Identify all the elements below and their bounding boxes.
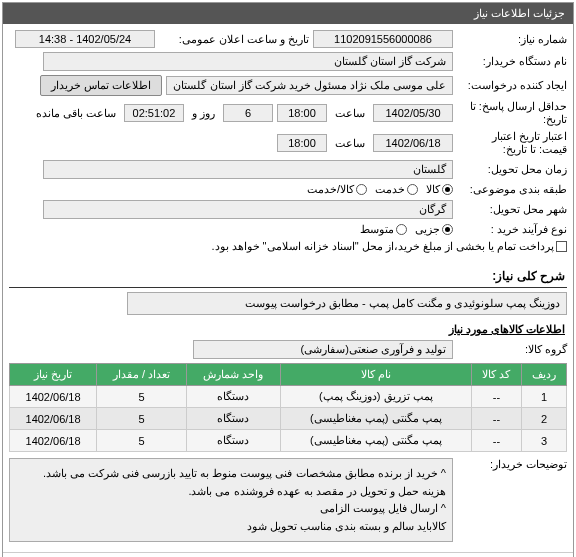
row-notes: توضیحات خریدار: ^ خرید از برنده مطابق مش… — [9, 458, 567, 542]
table-cell: پمپ مگنتی (پمپ مغناطیسی) — [280, 408, 471, 430]
table-cell: 5 — [97, 408, 187, 430]
note-line: ^ ارسال فایل پیوست الزامی — [16, 500, 446, 518]
note-line: هزینه حمل و تحویل در مقصد به عهده فروشند… — [16, 483, 446, 501]
field-niaz-no: 1102091556000086 — [313, 30, 453, 48]
label-deadline: حداقل ارسال پاسخ: تا تاریخ: — [457, 100, 567, 126]
table-cell: 1402/06/18 — [10, 408, 97, 430]
panel-body: شماره نیاز: 1102091556000086 تاریخ و ساع… — [3, 24, 573, 552]
table-cell: پمپ تزریق (دوزینگ پمپ) — [280, 386, 471, 408]
row-subject-class: طبقه بندی موضوعی: کالاخدمتکالا/خدمت — [9, 183, 567, 196]
details-panel: جزئیات اطلاعات نیاز شماره نیاز: 11020915… — [2, 2, 574, 557]
section-goods-title: اطلاعات کالاهای مورد نیاز — [9, 319, 567, 340]
label-subject-class: طبقه بندی موضوعی: — [457, 183, 567, 196]
radio-label: جزیی — [415, 223, 440, 236]
field-delivery-city: گرگان — [43, 200, 453, 219]
row-delivery-time: زمان محل تحویل: گلستان — [9, 160, 567, 179]
label-date-public: تاریخ و ساعت اعلان عمومی: — [159, 33, 309, 46]
field-validity-time: 18:00 — [277, 134, 327, 152]
field-requester: علی موسی ملک نژاد مسئول خرید شرکت گاز اس… — [166, 76, 453, 95]
radio-icon[interactable] — [356, 184, 367, 195]
radio-item[interactable]: جزیی — [415, 223, 453, 236]
table-cell: دستگاه — [187, 430, 281, 452]
row-deadline: حداقل ارسال پاسخ: تا تاریخ: 1402/05/30 س… — [9, 100, 567, 126]
checkbox-treasury-label: پرداخت تمام یا بخشی از مبلغ خرید،از محل … — [211, 240, 554, 253]
label-process-type: نوع فرآیند خرید : — [457, 223, 567, 236]
row-desc: دوزینگ پمپ سلونوئیدی و مگنت کامل پمپ - م… — [9, 292, 567, 315]
table-header: نام کالا — [280, 364, 471, 386]
radio-icon[interactable] — [407, 184, 418, 195]
radio-item[interactable]: کالا — [426, 183, 453, 196]
row-group: گروه کالا: تولید و فرآوری صنعتی(سفارشی) — [9, 340, 567, 359]
row-validity: اعتبار تاریخ اعتبار قیمت: تا تاریخ: 1402… — [9, 130, 567, 156]
radio-icon[interactable] — [442, 224, 453, 235]
note-line: ^ خرید از برنده مطابق مشخصات فنی پیوست م… — [16, 465, 446, 483]
table-cell: 5 — [97, 430, 187, 452]
row-requester: ایجاد کننده درخواست: علی موسی ملک نژاد م… — [9, 75, 567, 96]
goods-table: ردیفکد کالانام کالاواحد شمارشتعداد / مقد… — [9, 363, 567, 452]
button-row: پاسخ به نیاز چاپ مشاهده مدارک پیوستی (1)… — [3, 552, 573, 557]
radio-item[interactable]: خدمت — [375, 183, 418, 196]
panel-title: جزئیات اطلاعات نیاز — [3, 3, 573, 24]
section-desc-title: شرح کلی نیاز: — [9, 265, 567, 288]
row-niaz-no: شماره نیاز: 1102091556000086 تاریخ و ساع… — [9, 30, 567, 48]
table-cell: 1402/06/18 — [10, 430, 97, 452]
table-cell: -- — [471, 408, 521, 430]
radio-label: کالا — [426, 183, 440, 196]
table-header: کد کالا — [471, 364, 521, 386]
label-remaining: ساعت باقی مانده — [32, 107, 120, 120]
table-row[interactable]: 1--پمپ تزریق (دوزینگ پمپ)دستگاه51402/06/… — [10, 386, 567, 408]
label-notes: توضیحات خریدار: — [457, 458, 567, 471]
table-header: واحد شمارش — [187, 364, 281, 386]
label-time-2: ساعت — [331, 137, 369, 150]
note-line: کالاباید سالم و بسته بندی مناسب تحویل شو… — [16, 518, 446, 536]
table-body: 1--پمپ تزریق (دوزینگ پمپ)دستگاه51402/06/… — [10, 386, 567, 452]
notes-box: ^ خرید از برنده مطابق مشخصات فنی پیوست م… — [9, 458, 453, 542]
radio-item[interactable]: متوسط — [360, 223, 407, 236]
table-cell: 1402/06/18 — [10, 386, 97, 408]
radio-icon[interactable] — [442, 184, 453, 195]
table-row[interactable]: 3--پمپ مگنتی (پمپ مغناطیسی)دستگاه51402/0… — [10, 430, 567, 452]
radio-label: خدمت — [375, 183, 405, 196]
field-delivery-place: گلستان — [43, 160, 453, 179]
process-check-item[interactable]: پرداخت تمام یا بخشی از مبلغ خرید،از محل … — [211, 240, 567, 253]
process-radio-group: جزییمتوسط — [360, 223, 453, 236]
row-process-type: نوع فرآیند خرید : جزییمتوسط پرداخت تمام … — [9, 223, 567, 253]
table-cell: 2 — [522, 408, 567, 430]
label-delivery-city: شهر محل تحویل: — [457, 203, 567, 216]
field-date-public: 1402/05/24 - 14:38 — [15, 30, 155, 48]
label-requester: ایجاد کننده درخواست: — [457, 79, 567, 92]
field-desc: دوزینگ پمپ سلونوئیدی و مگنت کامل پمپ - م… — [127, 292, 567, 315]
label-delivery-time: زمان محل تحویل: — [457, 163, 567, 176]
table-cell: 5 — [97, 386, 187, 408]
table-header: تاریخ نیاز — [10, 364, 97, 386]
table-row[interactable]: 2--پمپ مگنتی (پمپ مغناطیسی)دستگاه51402/0… — [10, 408, 567, 430]
field-deadline-days: 6 — [223, 104, 273, 122]
table-cell: -- — [471, 430, 521, 452]
checkbox-treasury[interactable] — [556, 241, 567, 252]
buyer-contact-button[interactable]: اطلاعات تماس خریدار — [40, 75, 162, 96]
table-cell: -- — [471, 386, 521, 408]
table-cell: 1 — [522, 386, 567, 408]
field-group: تولید و فرآوری صنعتی(سفارشی) — [193, 340, 453, 359]
field-validity-date: 1402/06/18 — [373, 134, 453, 152]
label-group: گروه کالا: — [457, 343, 567, 356]
row-buyer: نام دستگاه خریدار: شرکت گاز استان گلستان — [9, 52, 567, 71]
table-cell: پمپ مگنتی (پمپ مغناطیسی) — [280, 430, 471, 452]
label-buyer: نام دستگاه خریدار: — [457, 55, 567, 68]
radio-icon[interactable] — [396, 224, 407, 235]
field-buyer: شرکت گاز استان گلستان — [43, 52, 453, 71]
subject-radio-group: کالاخدمتکالا/خدمت — [307, 183, 453, 196]
field-deadline-time: 18:00 — [277, 104, 327, 122]
label-time-1: ساعت — [331, 107, 369, 120]
table-cell: دستگاه — [187, 386, 281, 408]
row-delivery-city: شهر محل تحویل: گرگان — [9, 200, 567, 219]
table-header: ردیف — [522, 364, 567, 386]
radio-label: متوسط — [360, 223, 394, 236]
table-cell: دستگاه — [187, 408, 281, 430]
table-header-row: ردیفکد کالانام کالاواحد شمارشتعداد / مقد… — [10, 364, 567, 386]
radio-item[interactable]: کالا/خدمت — [307, 183, 367, 196]
table-cell: 3 — [522, 430, 567, 452]
label-day-and: روز و — [188, 107, 219, 120]
label-niaz-no: شماره نیاز: — [457, 33, 567, 46]
radio-label: کالا/خدمت — [307, 183, 354, 196]
